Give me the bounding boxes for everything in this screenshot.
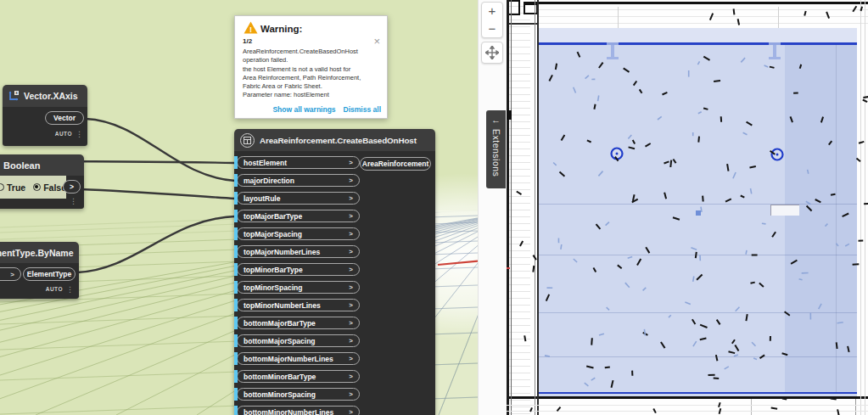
- input-port-topminorspacing[interactable]: topMinorSpacing>: [237, 281, 360, 294]
- rebar-circle-icon: [612, 149, 783, 160]
- rebar-marks-layer: [507, 0, 868, 415]
- revit-family-icon: [240, 133, 255, 148]
- dismiss-all-link[interactable]: Dismiss all: [344, 105, 381, 114]
- port-chevron-icon: >: [349, 248, 353, 255]
- port-row: topMajorBarType>: [234, 210, 360, 222]
- zoom-out-button[interactable]: −: [489, 23, 496, 35]
- input-port-topmajornumberlines[interactable]: topMajorNumberLines>: [237, 245, 360, 258]
- input-port-majordirection[interactable]: majorDirection>: [237, 174, 360, 187]
- warning-message: AreaReinforcement.CreateBasedOnHostopera…: [243, 48, 382, 100]
- port-row: bottomMinorSpacing>: [234, 388, 360, 401]
- port-chevron-icon: >: [349, 319, 353, 327]
- node-title: Boolean: [3, 160, 40, 171]
- port-chevron-icon: >: [349, 266, 353, 273]
- port-chevron-icon: >: [349, 212, 353, 220]
- node-vector-xaxis-header[interactable]: x Vector.XAxis: [3, 85, 87, 107]
- node-title: Vector.XAxis: [24, 91, 78, 101]
- lacing-label: AUTO: [46, 286, 63, 292]
- port-chevron-icon: >: [349, 159, 353, 166]
- zoom-controls: + −: [481, 2, 503, 38]
- input-port-bottommajornumberlines[interactable]: bottomMajorNumberLines>: [237, 352, 360, 365]
- port-chevron-icon: >: [349, 355, 353, 362]
- input-port-topminornumberlines[interactable]: topMinorNumberLines>: [237, 299, 360, 311]
- input-port-name[interactable]: >: [0, 267, 21, 281]
- input-port-bottomminorspacing[interactable]: bottomMinorSpacing>: [237, 388, 360, 401]
- input-port-topmajorbartype[interactable]: topMajorBarType>: [237, 210, 360, 222]
- port-chevron-icon: >: [349, 301, 353, 309]
- port-row: topMinorNumberLines>: [234, 299, 360, 311]
- vector-axis-icon: x: [8, 90, 20, 102]
- input-port-topmajorspacing[interactable]: topMajorSpacing>: [237, 227, 360, 240]
- radio-true[interactable]: True: [0, 182, 25, 193]
- port-row: topMinorBarType>: [234, 263, 360, 276]
- node-title: ElementType.ByName: [0, 248, 74, 258]
- port-row: bottomMinorBarType>: [234, 370, 360, 383]
- pan-button[interactable]: [481, 42, 503, 64]
- context-dots-icon[interactable]: ⋮: [66, 287, 74, 292]
- extensions-label: Extensions: [491, 129, 501, 177]
- app-window: x Vector.XAxis Vector AUTO ⋮ Boolean Tru…: [0, 0, 868, 415]
- context-dots-icon[interactable]: ⋮: [76, 132, 83, 137]
- node-elementtype-byname[interactable]: ElementType.ByName > ElementType AUTO ⋮: [0, 242, 79, 299]
- port-row: bottomMajorSpacing>: [234, 334, 360, 347]
- port-row: bottomMinorNumberLines>: [234, 406, 360, 415]
- port-row: topMajorSpacing>: [234, 227, 360, 240]
- input-port-bottommajorbartype[interactable]: bottomMajorBarType>: [237, 317, 360, 329]
- blue-square-marker: [696, 210, 701, 216]
- show-all-warnings-link[interactable]: Show all warnings: [272, 105, 335, 114]
- wire-majordirection: [86, 119, 235, 181]
- radio-false-circle[interactable]: [33, 183, 41, 191]
- boolean-options: True False: [0, 176, 66, 199]
- lacing-label: AUTO: [55, 131, 72, 137]
- port-row: hostElement>: [234, 156, 360, 169]
- node-ar-header[interactable]: AreaReinforcement.CreateBasedOnHost: [234, 129, 435, 151]
- pan-icon: [485, 46, 499, 59]
- close-icon[interactable]: ×: [373, 37, 380, 46]
- node-title: AreaReinforcement.CreateBasedOnHost: [260, 136, 417, 145]
- port-chevron-icon: >: [349, 408, 353, 415]
- output-port-areareinforcement[interactable]: AreaReinforcement: [360, 157, 431, 171]
- radio-false[interactable]: False: [33, 182, 66, 193]
- port-row: layoutRule>: [234, 192, 360, 205]
- output-port-boolean[interactable]: >: [63, 180, 81, 193]
- zoom-in-button[interactable]: +: [489, 5, 496, 17]
- node-boolean-header[interactable]: Boolean: [0, 154, 84, 176]
- port-chevron-icon: >: [349, 177, 353, 184]
- node-areareinforcement-createbasedonhost[interactable]: AreaReinforcement.CreateBasedOnHost host…: [234, 129, 435, 415]
- collapse-arrow-icon: ←: [491, 110, 501, 125]
- port-chevron-icon: >: [349, 337, 353, 345]
- input-port-bottomminorbartype[interactable]: bottomMinorBarType>: [237, 370, 360, 383]
- side-panel-strip: + − ← Extensions: [478, 0, 507, 415]
- port-row: bottomMajorNumberLines>: [234, 352, 360, 365]
- input-port-bottommajorspacing[interactable]: bottomMajorSpacing>: [237, 334, 360, 347]
- input-port-topminorbartype[interactable]: topMinorBarType>: [237, 263, 360, 276]
- node-elementtype-header[interactable]: ElementType.ByName: [0, 242, 79, 263]
- i-column-icon: [607, 42, 781, 59]
- output-port-elementtype[interactable]: ElementType: [23, 267, 76, 281]
- warning-icon: !: [244, 21, 258, 34]
- port-chevron-icon: >: [349, 373, 353, 380]
- radio-true-circle[interactable]: [0, 183, 4, 191]
- port-chevron-icon: >: [349, 390, 353, 398]
- input-port-bottomminornumberlines[interactable]: bottomMinorNumberLines>: [237, 406, 360, 415]
- output-port-vector[interactable]: Vector: [45, 111, 84, 125]
- extensions-tab[interactable]: ← Extensions: [486, 110, 506, 188]
- warning-title: Warning:: [260, 24, 302, 34]
- port-chevron-icon: >: [349, 283, 353, 291]
- warning-count: 1/2: [243, 37, 252, 45]
- port-chevron-icon: >: [349, 230, 353, 238]
- port-chevron-icon: >: [349, 194, 353, 202]
- wire-layoutrule: [81, 189, 235, 199]
- port-row: topMinorSpacing>: [234, 281, 360, 294]
- node-boolean[interactable]: Boolean True False > ⋮: [0, 154, 84, 209]
- context-dots-icon[interactable]: ⋮: [70, 199, 77, 204]
- port-row: bottomMajorBarType>: [234, 317, 360, 329]
- input-port-hostelement[interactable]: hostElement>: [237, 156, 360, 169]
- port-row: topMajorNumberLines>: [234, 245, 360, 258]
- warning-popup: ! Warning: × 1/2 AreaReinforcement.Creat…: [234, 15, 388, 119]
- scatter-marks: [517, 6, 868, 415]
- revit-view[interactable]: [507, 0, 868, 415]
- input-port-layoutrule[interactable]: layoutRule>: [237, 192, 360, 205]
- node-vector-xaxis[interactable]: x Vector.XAxis Vector AUTO ⋮: [3, 85, 87, 146]
- port-row: majorDirection>: [234, 174, 360, 187]
